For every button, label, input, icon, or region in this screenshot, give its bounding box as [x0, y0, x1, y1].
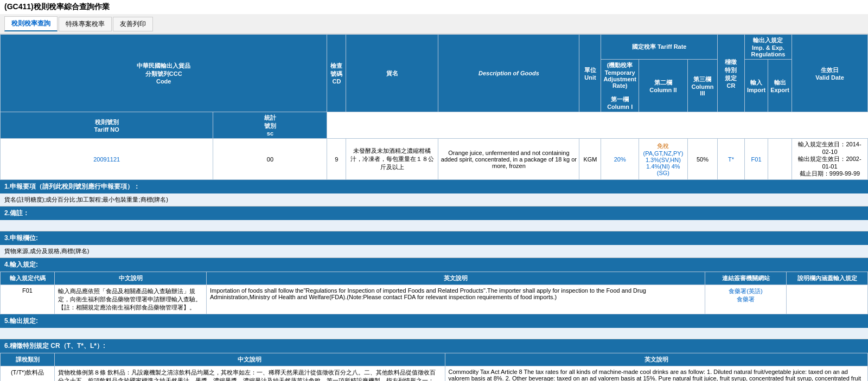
header-col3: 第三欄Column III	[687, 60, 717, 112]
goods-name-chinese: 未發酵及未加酒精之濃縮柑橘汁，冷凍者，每包重量在１８公斤及以上	[346, 139, 438, 180]
s6-header-english: 英文說明	[445, 353, 867, 366]
section3-header: 3.申報欄位:	[0, 231, 868, 245]
fda-link-english[interactable]: 食藥署(英語)	[729, 288, 762, 294]
col2-sv-hn[interactable]: 1.3%(SV,HN)	[646, 157, 681, 163]
tariff-no-cell: 20091121	[1, 139, 213, 180]
s4-header-links: 連結簽審機關網站	[705, 272, 787, 285]
s4-row-f01: F01 輸入商品應依照「食品及相關產品輸入查驗辦法」規定，向衛生福利部食品藥物管…	[1, 285, 868, 314]
section4-header: 4.輸入規定:	[0, 258, 868, 272]
tab-print[interactable]: 友善列印	[113, 17, 153, 31]
s6-chinese-1: 貨物稅條例第８條 飲料品：凡設廠機製之清涼飲料品均屬之，其稅率如左：一、稀釋天然…	[55, 366, 445, 382]
cr-cell: T*	[717, 139, 744, 180]
import-reg-cell: F01	[744, 139, 768, 180]
header-imp-exp-reg: 輸出入規定Imp. & Exp.Regulations	[744, 35, 792, 60]
tab-bar: 稅則稅率查詢 特殊專案稅率 友善列印	[0, 14, 868, 34]
section5-header: 5.輸出規定:	[0, 314, 868, 328]
s4-header-english: 英文說明	[207, 272, 705, 285]
header-description: Description of Goods	[438, 35, 579, 112]
section6-header: 6.稽徵特別規定 CR（T、T*、L*）:	[0, 339, 868, 353]
export-reg-cell	[768, 139, 792, 180]
s6-taxtype-1: (T/T*)飲料品	[1, 366, 55, 382]
section3-content: 貨物來源,成分及規格,商標(牌名)	[0, 245, 868, 258]
header-tariff-no: 稅則號別Tariff NO	[1, 112, 213, 139]
section1-header: 1.申報要項（請列此稅則號別應行申報要項）：	[0, 180, 868, 193]
col2-rate: 免稅 (PA,GT,NZ,PY) 1.3%(SV,HN) 1.4%(NI) 4%…	[639, 139, 687, 180]
s4-header-coverage: 說明欄內涵蓋輸入規定	[787, 272, 868, 285]
header-goods-name: 貨名	[346, 35, 438, 112]
main-table: 中華民國輸出入貨品分類號列CCCCode 檢查號碼CD 貨名 Descripti…	[0, 34, 868, 180]
tariff-no-link[interactable]: 20091121	[93, 156, 120, 163]
s4-header-code: 輸入規定代碼	[1, 272, 55, 285]
section2-header: 2.備註：	[0, 206, 868, 220]
header-tariff-rate: 國定稅率 Tariff Rate	[601, 35, 718, 60]
section5-wrapper: 5.輸出規定:	[0, 314, 868, 339]
col2-pa-gt[interactable]: (PA,GT,NZ,PY)	[643, 150, 684, 157]
s6-header-taxtype: 課稅類別	[1, 353, 55, 366]
section2-wrapper: 2.備註：	[0, 206, 868, 231]
header-export: 輸出Export	[768, 60, 792, 112]
valid-date-cell: 輸入規定生效日：2014-02-10 輸出規定生效日：2002-01-01 截止…	[792, 139, 868, 180]
section6-wrapper: 6.稽徵特別規定 CR（T、T*、L*）: 課稅類別 中文說明 英文說明 (T/…	[0, 339, 868, 381]
stat-sc-cell: 00	[213, 139, 327, 180]
col3-rate: 50%	[687, 139, 717, 180]
section3-wrapper: 3.申報欄位: 貨物來源,成分及規格,商標(牌名)	[0, 231, 868, 258]
header-ccc-code: 中華民國輸出入貨品分類號列CCCCode	[1, 35, 327, 112]
header-valid-date: 生效日Valid Date	[792, 35, 868, 112]
col1-rate-link[interactable]: 20%	[614, 156, 626, 163]
table-row: 20091121 00 9 未發酵及未加酒精之濃縮柑橘汁，冷凍者，每包重量在１８…	[1, 139, 868, 180]
col2-rate-link[interactable]: 免稅	[657, 143, 669, 149]
s4-header-chinese: 中文說明	[55, 272, 207, 285]
goods-name-english: Orange juice, unfermented and not contai…	[438, 139, 579, 180]
section6-table: 課稅類別 中文說明 英文說明 (T/T*)飲料品 貨物稅條例第８條 飲料品：凡設…	[0, 353, 868, 381]
s4-english-f01: Importation of foods shall follow the"Re…	[207, 285, 705, 314]
header-col1: (機動稅率 TemporaryAdjustment Rate)第一欄Column…	[601, 60, 639, 112]
col1-rate: 20%	[601, 139, 639, 180]
section2-content	[0, 220, 868, 231]
page-title: (GC411)稅則稅率綜合查詢作業	[0, 0, 868, 14]
header-unit: 單位Unit	[579, 35, 601, 112]
header-stat-sc: 統計號別sc	[213, 112, 327, 139]
section1-content: 貨名(註明糖度);成分百分比;加工製程;最小包裝重量;商標(牌名)	[0, 193, 868, 206]
fda-link-chinese[interactable]: 食藥署	[737, 296, 755, 302]
section4-table: 輸入規定代碼 中文說明 英文說明 連結簽審機關網站 說明欄內涵蓋輸入規定 F01…	[0, 272, 868, 314]
s6-row-1: (T/T*)飲料品 貨物稅條例第８條 飲料品：凡設廠機製之清涼飲料品均屬之，其稅…	[1, 366, 868, 382]
s4-coverage-f01	[787, 285, 868, 314]
s4-links-f01: 食藥署(英語) 食藥署	[705, 285, 787, 314]
section5-content	[0, 328, 868, 339]
cr-link[interactable]: T*	[728, 156, 734, 163]
header-cr: 稽徵特別規定CR	[717, 35, 744, 112]
tab-special-rate[interactable]: 特殊專案稅率	[59, 17, 112, 31]
header-import: 輸入Import	[744, 60, 768, 112]
section1-wrapper: 1.申報要項（請列此稅則號別應行申報要項）： 貨名(註明糖度);成分百分比;加工…	[0, 180, 868, 206]
s6-english-1: Commodity Tax Act Article 8 The tax rate…	[445, 366, 867, 382]
s4-chinese-f01: 輸入商品應依照「食品及相關產品輸入查驗辦法」規定，向衛生福利部食品藥物管理署申請…	[55, 285, 207, 314]
header-check-cd: 檢查號碼CD	[327, 35, 346, 112]
s4-code-f01: F01	[1, 285, 55, 314]
s6-header-chinese: 中文說明	[55, 353, 445, 366]
header-col2: 第二欄Column II	[639, 60, 687, 112]
tab-tariff-rate[interactable]: 稅則稅率查詢	[4, 16, 58, 31]
col2-ni[interactable]: 1.4%(NI)	[646, 163, 669, 170]
section4-wrapper: 4.輸入規定: 輸入規定代碼 中文說明 英文說明 連結簽審機關網站 說明欄內涵蓋…	[0, 258, 868, 314]
cd-cell: 9	[327, 139, 346, 180]
unit-cell: KGM	[579, 139, 601, 180]
import-reg-link[interactable]: F01	[751, 156, 762, 163]
